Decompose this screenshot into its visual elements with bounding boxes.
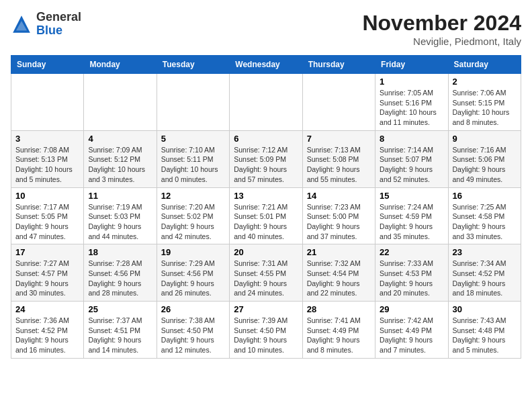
day-number: 4 [88,134,152,144]
calendar-cell: 14Sunrise: 7:23 AMSunset: 5:00 PMDayligh… [302,187,375,244]
day-number: 30 [453,304,517,314]
day-info: Sunrise: 7:42 AMSunset: 4:49 PMDaylight:… [380,316,443,355]
day-info: Sunrise: 7:13 AMSunset: 5:08 PMDaylight:… [307,145,371,185]
day-number: 28 [307,304,371,314]
calendar-week-row: 3Sunrise: 7:08 AMSunset: 5:13 PMDaylight… [11,130,521,187]
calendar-cell: 1Sunrise: 7:05 AMSunset: 5:16 PMDaylight… [375,74,448,131]
weekday-header: Tuesday [157,56,229,74]
day-number: 15 [380,191,443,201]
logo-icon [11,13,32,35]
day-info: Sunrise: 7:29 AMSunset: 4:56 PMDaylight:… [161,259,225,298]
day-info: Sunrise: 7:19 AMSunset: 5:03 PMDaylight:… [88,202,152,242]
day-info: Sunrise: 7:34 AMSunset: 4:52 PMDaylight:… [453,259,517,298]
weekday-header: Wednesday [230,56,302,74]
day-info: Sunrise: 7:06 AMSunset: 5:15 PMDaylight:… [453,88,517,128]
calendar-cell: 12Sunrise: 7:20 AMSunset: 5:02 PMDayligh… [157,187,229,244]
calendar-cell: 29Sunrise: 7:42 AMSunset: 4:49 PMDayligh… [375,302,448,359]
calendar-cell [11,74,84,131]
day-number: 23 [453,247,517,257]
day-info: Sunrise: 7:25 AMSunset: 4:58 PMDaylight:… [453,202,517,242]
weekday-header: Thursday [302,56,375,74]
day-number: 26 [161,304,225,314]
calendar-cell: 19Sunrise: 7:29 AMSunset: 4:56 PMDayligh… [157,244,229,302]
calendar-cell [302,74,375,131]
day-number: 18 [88,247,152,257]
day-number: 3 [15,134,79,144]
calendar-cell: 5Sunrise: 7:10 AMSunset: 5:11 PMDaylight… [157,130,229,187]
day-info: Sunrise: 7:21 AMSunset: 5:01 PMDaylight:… [234,202,298,242]
day-number: 11 [88,191,152,201]
calendar-cell: 11Sunrise: 7:19 AMSunset: 5:03 PMDayligh… [84,187,157,244]
logo-text: General Blue [36,11,81,38]
calendar: SundayMondayTuesdayWednesdayThursdayFrid… [11,55,521,359]
day-number: 24 [15,304,79,314]
day-number: 13 [234,191,298,201]
day-info: Sunrise: 7:10 AMSunset: 5:11 PMDaylight:… [161,145,225,185]
day-number: 22 [380,247,443,257]
calendar-cell: 15Sunrise: 7:24 AMSunset: 4:59 PMDayligh… [375,187,448,244]
day-info: Sunrise: 7:08 AMSunset: 5:13 PMDaylight:… [15,145,79,185]
day-info: Sunrise: 7:39 AMSunset: 4:50 PMDaylight:… [234,316,298,355]
calendar-cell [84,74,157,131]
day-number: 16 [453,191,517,201]
calendar-cell: 9Sunrise: 7:16 AMSunset: 5:06 PMDaylight… [448,130,521,187]
day-number: 21 [307,247,371,257]
calendar-cell: 7Sunrise: 7:13 AMSunset: 5:08 PMDaylight… [302,130,375,187]
day-info: Sunrise: 7:32 AMSunset: 4:54 PMDaylight:… [307,259,371,298]
day-info: Sunrise: 7:43 AMSunset: 4:48 PMDaylight:… [453,316,517,355]
day-number: 2 [453,77,517,87]
calendar-cell: 27Sunrise: 7:39 AMSunset: 4:50 PMDayligh… [230,302,302,359]
day-number: 20 [234,247,298,257]
day-number: 17 [15,247,79,257]
day-info: Sunrise: 7:37 AMSunset: 4:51 PMDaylight:… [88,316,152,355]
day-info: Sunrise: 7:16 AMSunset: 5:06 PMDaylight:… [453,145,517,185]
calendar-cell: 28Sunrise: 7:41 AMSunset: 4:49 PMDayligh… [302,302,375,359]
day-number: 14 [307,191,371,201]
calendar-cell: 23Sunrise: 7:34 AMSunset: 4:52 PMDayligh… [448,244,521,302]
logo-general: General [36,10,81,24]
calendar-week-row: 24Sunrise: 7:36 AMSunset: 4:52 PMDayligh… [11,302,521,359]
calendar-week-row: 1Sunrise: 7:05 AMSunset: 5:16 PMDaylight… [11,74,521,131]
day-info: Sunrise: 7:23 AMSunset: 5:00 PMDaylight:… [307,202,371,242]
day-info: Sunrise: 7:14 AMSunset: 5:07 PMDaylight:… [380,145,443,185]
day-number: 29 [380,304,443,314]
calendar-cell: 6Sunrise: 7:12 AMSunset: 5:09 PMDaylight… [230,130,302,187]
calendar-cell: 3Sunrise: 7:08 AMSunset: 5:13 PMDaylight… [11,130,84,187]
day-info: Sunrise: 7:31 AMSunset: 4:55 PMDaylight:… [234,259,298,298]
calendar-cell: 8Sunrise: 7:14 AMSunset: 5:07 PMDaylight… [375,130,448,187]
day-info: Sunrise: 7:17 AMSunset: 5:05 PMDaylight:… [15,202,79,242]
weekday-header: Saturday [448,56,521,74]
calendar-week-row: 10Sunrise: 7:17 AMSunset: 5:05 PMDayligh… [11,187,521,244]
calendar-cell: 10Sunrise: 7:17 AMSunset: 5:05 PMDayligh… [11,187,84,244]
calendar-cell: 20Sunrise: 7:31 AMSunset: 4:55 PMDayligh… [230,244,302,302]
calendar-cell: 25Sunrise: 7:37 AMSunset: 4:51 PMDayligh… [84,302,157,359]
day-info: Sunrise: 7:24 AMSunset: 4:59 PMDaylight:… [380,202,443,242]
calendar-cell: 26Sunrise: 7:38 AMSunset: 4:50 PMDayligh… [157,302,229,359]
calendar-cell: 21Sunrise: 7:32 AMSunset: 4:54 PMDayligh… [302,244,375,302]
day-info: Sunrise: 7:09 AMSunset: 5:12 PMDaylight:… [88,145,152,185]
calendar-cell: 13Sunrise: 7:21 AMSunset: 5:01 PMDayligh… [230,187,302,244]
day-number: 19 [161,247,225,257]
weekday-header: Friday [375,56,448,74]
calendar-header-row: SundayMondayTuesdayWednesdayThursdayFrid… [11,56,521,74]
day-info: Sunrise: 7:28 AMSunset: 4:56 PMDaylight:… [88,259,152,298]
day-info: Sunrise: 7:05 AMSunset: 5:16 PMDaylight:… [380,88,443,128]
calendar-cell: 16Sunrise: 7:25 AMSunset: 4:58 PMDayligh… [448,187,521,244]
weekday-header: Monday [84,56,157,74]
day-number: 5 [161,134,225,144]
weekday-header: Sunday [11,56,84,74]
day-number: 9 [453,134,517,144]
calendar-cell: 2Sunrise: 7:06 AMSunset: 5:15 PMDaylight… [448,74,521,131]
day-number: 12 [161,191,225,201]
title-area: November 2024 Neviglie, Piedmont, Italy [362,11,521,47]
calendar-cell: 30Sunrise: 7:43 AMSunset: 4:48 PMDayligh… [448,302,521,359]
day-number: 6 [234,134,298,144]
day-info: Sunrise: 7:20 AMSunset: 5:02 PMDaylight:… [161,202,225,242]
day-number: 25 [88,304,152,314]
day-info: Sunrise: 7:38 AMSunset: 4:50 PMDaylight:… [161,316,225,355]
calendar-cell [230,74,302,131]
calendar-cell: 24Sunrise: 7:36 AMSunset: 4:52 PMDayligh… [11,302,84,359]
calendar-cell [157,74,229,131]
day-info: Sunrise: 7:12 AMSunset: 5:09 PMDaylight:… [234,145,298,185]
calendar-cell: 18Sunrise: 7:28 AMSunset: 4:56 PMDayligh… [84,244,157,302]
